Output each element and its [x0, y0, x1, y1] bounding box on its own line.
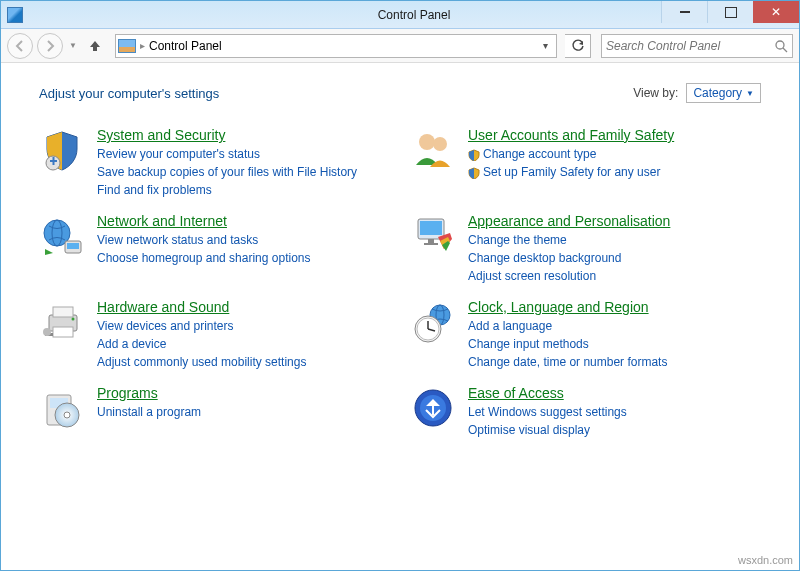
close-button[interactable]: [753, 1, 799, 23]
system-menu-icon[interactable]: [7, 7, 23, 23]
svg-rect-12: [420, 221, 442, 235]
category-link[interactable]: Adjust screen resolution: [468, 267, 670, 285]
category-title[interactable]: Programs: [97, 385, 201, 401]
category-link[interactable]: Change input methods: [468, 335, 667, 353]
category-links: Let Windows suggest settingsOptimise vis…: [468, 403, 627, 439]
category-link[interactable]: Uninstall a program: [97, 403, 201, 421]
back-button[interactable]: [7, 33, 33, 59]
category-shield: System and SecurityReview your computer'…: [39, 127, 390, 199]
category-globe-net: Network and InternetView network status …: [39, 213, 390, 285]
category-title[interactable]: Appearance and Personalisation: [468, 213, 670, 229]
category-link[interactable]: Change account type: [468, 145, 674, 163]
category-body: Appearance and PersonalisationChange the…: [468, 213, 670, 285]
maximize-button[interactable]: [707, 1, 753, 23]
category-ease: Ease of AccessLet Windows suggest settin…: [410, 385, 761, 439]
breadcrumb-control-panel[interactable]: Control Panel: [149, 39, 222, 53]
category-link[interactable]: Set up Family Safety for any user: [468, 163, 674, 181]
watermark: wsxdn.com: [738, 554, 793, 566]
category-link[interactable]: Add a device: [97, 335, 306, 353]
category-link[interactable]: View network status and tasks: [97, 231, 310, 249]
category-body: Ease of AccessLet Windows suggest settin…: [468, 385, 627, 439]
caption-buttons: [661, 1, 799, 23]
category-disc: ProgramsUninstall a program: [39, 385, 390, 439]
chevron-down-icon: ▼: [746, 89, 754, 98]
breadcrumb-chevron-icon[interactable]: ▸: [140, 40, 145, 51]
category-link[interactable]: Review your computer's status: [97, 145, 357, 163]
refresh-icon: [571, 39, 585, 53]
category-link[interactable]: View devices and printers: [97, 317, 306, 335]
category-links: View network status and tasksChoose home…: [97, 231, 310, 267]
globe-net-icon: [39, 213, 85, 259]
category-users: User Accounts and Family SafetyChange ac…: [410, 127, 761, 199]
category-title[interactable]: User Accounts and Family Safety: [468, 127, 674, 143]
forward-button[interactable]: [37, 33, 63, 59]
shield-icon: [39, 127, 85, 173]
arrow-right-icon: [44, 40, 56, 52]
svg-point-20: [43, 328, 51, 336]
svg-rect-10: [67, 243, 79, 249]
category-link[interactable]: Save backup copies of your files with Fi…: [97, 163, 357, 181]
svg-rect-13: [428, 239, 434, 243]
category-link[interactable]: Choose homegroup and sharing options: [97, 249, 310, 267]
category-title[interactable]: Ease of Access: [468, 385, 627, 401]
arrow-up-icon: [88, 39, 102, 53]
category-body: Hardware and SoundView devices and print…: [97, 299, 306, 371]
printer-icon: [39, 299, 85, 345]
svg-rect-4: [53, 157, 55, 165]
category-body: Clock, Language and RegionAdd a language…: [468, 299, 667, 371]
ease-icon: [410, 385, 456, 431]
search-input[interactable]: [606, 39, 774, 53]
svg-point-5: [419, 134, 435, 150]
svg-point-6: [433, 137, 447, 151]
category-body: System and SecurityReview your computer'…: [97, 127, 357, 199]
category-title[interactable]: Hardware and Sound: [97, 299, 306, 315]
category-body: User Accounts and Family SafetyChange ac…: [468, 127, 674, 199]
view-by-dropdown[interactable]: Category ▼: [686, 83, 761, 103]
category-body: Network and InternetView network status …: [97, 213, 310, 285]
view-by-label: View by:: [633, 86, 678, 100]
view-by-value: Category: [693, 86, 742, 100]
search-icon[interactable]: [774, 39, 788, 53]
refresh-button[interactable]: [565, 34, 591, 58]
category-link[interactable]: Optimise visual display: [468, 421, 627, 439]
svg-rect-16: [53, 307, 73, 317]
category-link[interactable]: Let Windows suggest settings: [468, 403, 627, 421]
category-link[interactable]: Change date, time or number formats: [468, 353, 667, 371]
category-links: Add a languageChange input methodsChange…: [468, 317, 667, 371]
svg-point-18: [72, 318, 75, 321]
svg-rect-17: [53, 327, 73, 337]
history-dropdown[interactable]: ▼: [67, 33, 79, 59]
category-link[interactable]: Adjust commonly used mobility settings: [97, 353, 306, 371]
title-bar: Control Panel: [1, 1, 799, 29]
appearance-icon: [410, 213, 456, 259]
content-header: Adjust your computer's settings View by:…: [39, 83, 761, 103]
category-link[interactable]: Add a language: [468, 317, 667, 335]
category-body: ProgramsUninstall a program: [97, 385, 201, 439]
category-title[interactable]: Clock, Language and Region: [468, 299, 667, 315]
address-dropdown[interactable]: ▾: [536, 35, 554, 57]
category-appearance: Appearance and PersonalisationChange the…: [410, 213, 761, 285]
category-grid: System and SecurityReview your computer'…: [39, 127, 761, 439]
category-title[interactable]: System and Security: [97, 127, 357, 143]
up-button[interactable]: [83, 34, 107, 58]
view-by-control: View by: Category ▼: [633, 83, 761, 103]
svg-line-1: [783, 48, 787, 52]
category-printer: Hardware and SoundView devices and print…: [39, 299, 390, 371]
category-link[interactable]: Change desktop background: [468, 249, 670, 267]
page-heading: Adjust your computer's settings: [39, 86, 219, 101]
search-box[interactable]: [601, 34, 793, 58]
svg-rect-14: [424, 243, 438, 245]
category-clock: Clock, Language and RegionAdd a language…: [410, 299, 761, 371]
category-links: Review your computer's statusSave backup…: [97, 145, 357, 199]
minimize-button[interactable]: [661, 1, 707, 23]
category-title[interactable]: Network and Internet: [97, 213, 310, 229]
svg-point-30: [64, 412, 70, 418]
disc-icon: [39, 385, 85, 431]
clock-icon: [410, 299, 456, 345]
arrow-left-icon: [14, 40, 26, 52]
category-link[interactable]: Change the theme: [468, 231, 670, 249]
control-panel-icon: [118, 39, 136, 53]
category-link[interactable]: Find and fix problems: [97, 181, 357, 199]
address-bar[interactable]: ▸ Control Panel ▾: [115, 34, 557, 58]
content-area: Adjust your computer's settings View by:…: [1, 63, 799, 459]
